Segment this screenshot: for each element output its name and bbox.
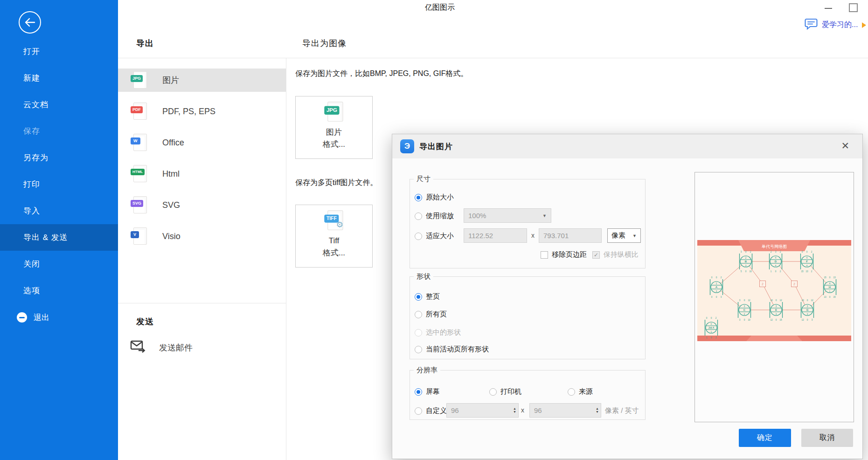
remove-margin-option[interactable]: 移除页边距 [541,250,587,259]
svg-text:12: 12 [748,299,750,302]
all-shapes-active-page-option[interactable]: 当前活动页所有形状 [415,345,489,354]
format-item-visio[interactable]: V Visio [118,225,286,248]
sidebar-item-cloud[interactable]: 云文档 [0,91,118,118]
close-icon[interactable]: ✕ [841,141,849,151]
radio-label: 整页 [426,292,440,301]
dialog-titlebar[interactable]: Э 导出图片 [392,134,862,158]
exit-label: 退出 [34,312,49,323]
format-item-svg[interactable]: SVG SVG [118,193,286,217]
image-format-card[interactable]: JPG 图片 格式... [295,96,373,159]
sidebar-item-exit[interactable]: 退出 [0,304,118,330]
sidebar-item-options[interactable]: 选项 [0,277,118,304]
printer-option[interactable]: 打印机 [489,387,521,396]
cancel-button[interactable]: 取消 [801,429,853,447]
jpg-file-icon: JPG [324,102,343,121]
maximize-button[interactable] [849,3,858,12]
user-name: 爱学习的... [822,20,858,30]
sidebar-item-save[interactable]: 保存 [0,118,118,144]
back-arrow-icon [24,18,35,27]
radio-whole-page[interactable] [415,293,422,301]
spinner-arrows-icon[interactable]: ▲▼ [513,407,516,414]
format-item-label: PDF, PS, EPS [162,107,215,117]
svg-text:3: 3 [739,299,741,302]
sidebar-item-open[interactable]: 打开 [0,38,118,65]
format-item-pdf[interactable]: PDF PDF, PS, EPS [118,100,286,123]
svg-text:4: 4 [775,264,777,267]
format-item-html[interactable]: HTML Html [118,162,286,185]
sidebar-item-export-send[interactable]: 导出 & 发送 [0,224,118,251]
format-item-image[interactable]: JPG 图片 [118,69,286,92]
page-title: 导出为图像 [302,38,347,49]
unit-dropdown[interactable]: 像素 ▼ [607,228,641,243]
sidebar-item-close[interactable]: 关闭 [0,251,118,277]
radio-all-shapes-active-page[interactable] [415,346,422,353]
sidebar-item-new[interactable]: 新建 [0,65,118,91]
svg-text:15: 15 [779,319,782,321]
fit-width-input[interactable]: 1122.52 [464,228,527,243]
ok-button[interactable]: 确定 [739,429,791,447]
radio-label: 适应大小 [426,232,454,240]
svg-text:单代号网络图: 单代号网络图 [762,244,787,249]
size-legend: 尺寸 [414,175,433,184]
fit-size-option[interactable]: 适应大小 [415,232,454,240]
radio-all-pages[interactable] [415,311,422,318]
radio-custom[interactable] [415,407,422,415]
sidebar-item-save-as[interactable]: 另存为 [0,144,118,171]
radio-screen[interactable] [415,388,422,396]
radio-source[interactable] [568,388,575,396]
send-email-item[interactable]: 发送邮件 [130,339,193,356]
minimize-button[interactable] [825,8,832,9]
zoom-percent-value: 100% [468,212,486,220]
svg-text:10: 10 [801,299,804,302]
sidebar-item-import[interactable]: 导入 [0,198,118,224]
preview-panel: 单代号网络图222B335002104D42130224F4015013221A… [694,172,854,422]
format-item-label: SVG [162,200,180,210]
tiff-format-card[interactable]: ⚙ TIFF Tiff 格式... [295,205,373,268]
svg-text:13: 13 [806,270,808,273]
radio-label: 自定义 [426,406,447,415]
all-pages-option[interactable]: 所有页 [415,310,447,319]
svg-text:0: 0 [829,296,831,298]
radio-label: 屏幕 [426,387,440,396]
radio-original-size[interactable] [415,194,422,201]
screen-option[interactable]: 屏幕 [415,387,440,396]
custom-option[interactable]: 自定义 [415,406,447,415]
checkbox-keep-ratio[interactable]: ✓ [592,251,600,259]
dpi-y-stepper[interactable]: 96 ▲▼ [529,403,601,418]
svg-text:0: 0 [776,299,777,302]
svg-text:G: G [806,309,809,311]
spinner-arrows-icon[interactable]: ▲▼ [596,407,599,414]
dpi-y-value: 96 [534,406,542,414]
keep-ratio-option[interactable]: ✓ 保持纵横比 [592,250,639,259]
exit-minus-circle-icon [17,312,27,323]
card-line-1: Tiff [329,235,340,247]
fit-height-input[interactable]: 793.701 [539,228,602,243]
svg-text:5: 5 [741,270,742,273]
sidebar-item-print[interactable]: 打印 [0,171,118,198]
dpi-x-stepper[interactable]: 96 ▲▼ [446,403,519,418]
svg-file-icon: SVG [131,196,147,214]
checkbox-remove-margin[interactable] [541,251,548,259]
radio-selected-shapes[interactable] [415,329,422,336]
svg-text:4: 4 [806,256,808,259]
send-email-icon [130,339,146,356]
use-zoom-option[interactable]: 使用缩放 [415,212,454,220]
back-button[interactable] [19,11,41,34]
selected-shapes-option[interactable]: 选中的形状 [415,328,461,337]
radio-label: 使用缩放 [426,212,454,220]
svg-text:13: 13 [833,276,836,279]
radio-printer[interactable] [489,388,497,396]
x-separator: x [531,232,535,239]
svg-text:3: 3 [745,264,747,267]
user-account[interactable]: 爱学习的... [804,18,866,32]
radio-use-zoom[interactable] [415,213,422,220]
original-size-option[interactable]: 原始大小 [415,193,454,202]
format-item-office[interactable]: W Office [118,131,286,154]
format-item-label: Office [162,138,184,148]
zoom-percent-dropdown[interactable]: 100% ▼ [464,208,551,223]
source-option[interactable]: 来源 [568,387,593,396]
whole-page-option[interactable]: 整页 [415,292,440,301]
radio-fit-size[interactable] [415,233,422,240]
radio-label: 所有页 [426,310,447,319]
x-separator: x [521,406,524,414]
